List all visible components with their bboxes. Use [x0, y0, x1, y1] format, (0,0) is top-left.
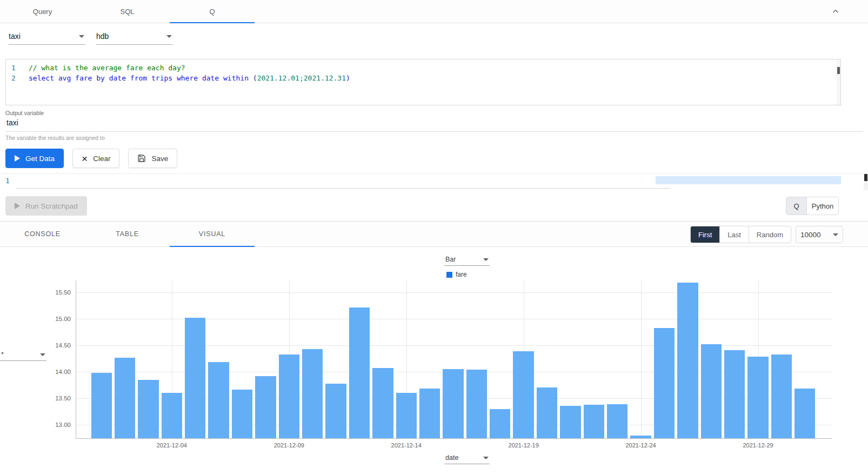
bar	[349, 307, 370, 438]
tab-q[interactable]: Q	[170, 0, 255, 23]
bar	[255, 376, 276, 438]
line-number: 1	[6, 63, 20, 73]
legend-label: fare	[456, 271, 467, 278]
x-tick-label: 2021-12-24	[625, 442, 656, 449]
line-number: 2	[6, 73, 20, 83]
first-button[interactable]: First	[691, 226, 720, 243]
output-variable-field: Output variable taxi The variable the re…	[5, 110, 863, 141]
tab-query[interactable]: Query	[0, 0, 85, 23]
scratchpad-scrollbar[interactable]	[864, 174, 868, 190]
code-line: 2 select avg fare by date from trips whe…	[6, 73, 840, 83]
bar	[325, 384, 346, 438]
scratchpad-editor[interactable]: 1	[0, 173, 868, 190]
visual-chart-panel: Bar fare * 13.0013.5014.0014.5015.0015.5…	[0, 247, 868, 475]
last-button[interactable]: Last	[720, 226, 749, 243]
query-tab-bar: Query SQL Q	[0, 0, 868, 23]
scratchpad-toolbar: Run Scratchpad Q Python	[5, 196, 863, 216]
code-text: // what is the average fare each day?	[29, 63, 185, 73]
plot-area[interactable]: 13.0013.5014.0014.5015.0015.502021-12-04…	[76, 280, 832, 439]
paren-token: (	[253, 74, 257, 82]
process-select-value: taxi	[9, 32, 21, 41]
x-tick-label: 2021-12-14	[391, 442, 422, 449]
code-line: 1 // what is the average fare each day?	[6, 63, 840, 73]
x-tick-label: 2021-12-19	[509, 442, 539, 449]
tab-visual[interactable]: VISUAL	[170, 222, 255, 246]
y-tick-label: 14.00	[37, 369, 71, 375]
bar	[443, 369, 463, 438]
sample-size-select[interactable]: 10000	[796, 226, 843, 243]
clear-button[interactable]: × Clear	[72, 149, 119, 168]
output-variable-label: Output variable	[5, 110, 863, 116]
dropdown-caret-icon	[40, 353, 45, 356]
y-axis-select[interactable]: *	[0, 350, 46, 361]
y-tick-label: 15.00	[37, 316, 71, 322]
legend-item-fare[interactable]: fare	[446, 271, 467, 278]
dropdown-caret-icon	[483, 457, 489, 459]
y-tick-label: 14.50	[37, 342, 71, 349]
play-icon	[15, 203, 20, 209]
database-select-value: hdb	[96, 32, 109, 41]
scratchpad-selection-highlight	[656, 176, 841, 184]
tab-console[interactable]: CONSOLE	[0, 222, 85, 246]
bar	[115, 358, 135, 438]
dropdown-caret-icon	[166, 35, 172, 38]
x-tick-label: 2021-12-29	[743, 442, 773, 449]
legend-swatch	[446, 272, 452, 278]
chevron-up-icon	[831, 6, 840, 16]
clear-label: Clear	[93, 155, 110, 163]
tab-sql[interactable]: SQL	[85, 0, 170, 23]
x-tick-label: 2021-12-04	[157, 442, 187, 449]
bar	[162, 393, 182, 438]
bar	[419, 389, 440, 438]
x-axis-select-value: date	[445, 454, 458, 461]
lang-q-button[interactable]: Q	[786, 197, 807, 215]
save-icon	[137, 154, 146, 163]
run-scratchpad-button[interactable]: Run Scratchpad	[5, 196, 87, 216]
output-variable-input[interactable]: taxi	[5, 116, 863, 132]
scrollbar-thumb[interactable]	[864, 174, 867, 181]
x-tick-label: 2021-12-09	[274, 442, 304, 449]
dropdown-caret-icon	[833, 233, 838, 236]
collapse-panel-button[interactable]	[828, 4, 843, 19]
bar	[208, 362, 229, 438]
tab-table[interactable]: TABLE	[85, 222, 170, 246]
bar	[513, 351, 533, 438]
bar	[279, 354, 299, 438]
q-code-editor[interactable]: 1 // what is the average fare each day? …	[5, 59, 841, 105]
bar	[537, 387, 557, 438]
y-axis-select-value: *	[1, 351, 4, 358]
bar	[396, 393, 417, 438]
scrollbar-thumb[interactable]	[837, 67, 840, 74]
bar	[747, 357, 768, 438]
x-axis-select[interactable]: date	[444, 453, 490, 464]
editor-scrollbar[interactable]	[837, 59, 840, 105]
scratchpad-line[interactable]	[16, 174, 670, 189]
bar	[607, 404, 627, 438]
get-data-label: Get Data	[25, 155, 55, 163]
bar	[232, 390, 252, 438]
database-select[interactable]: hdb	[96, 30, 173, 45]
comment-token: // what is the average fare each day?	[29, 64, 185, 72]
lang-python-button[interactable]: Python	[807, 197, 838, 215]
connection-row: taxi hdb	[0, 23, 868, 51]
play-icon	[15, 155, 20, 162]
chart-type-select[interactable]: Bar	[444, 255, 490, 266]
save-button[interactable]: Save	[128, 149, 177, 168]
keyword-token: select avg fare by date from trips where…	[29, 74, 253, 82]
random-button[interactable]: Random	[749, 226, 791, 243]
process-select[interactable]: taxi	[9, 30, 85, 45]
bar	[302, 349, 323, 438]
bar	[138, 380, 158, 438]
bar	[654, 328, 675, 438]
bar	[701, 344, 722, 438]
x-gridline	[641, 280, 642, 438]
run-scratchpad-label: Run Scratchpad	[25, 202, 78, 210]
clear-x-icon: ×	[82, 153, 88, 164]
bar	[677, 283, 698, 438]
bar	[794, 389, 815, 438]
bar	[560, 406, 580, 438]
get-data-button[interactable]: Get Data	[5, 149, 64, 168]
bar	[584, 405, 604, 438]
bar	[724, 350, 745, 438]
language-toggle: Q Python	[786, 197, 839, 215]
